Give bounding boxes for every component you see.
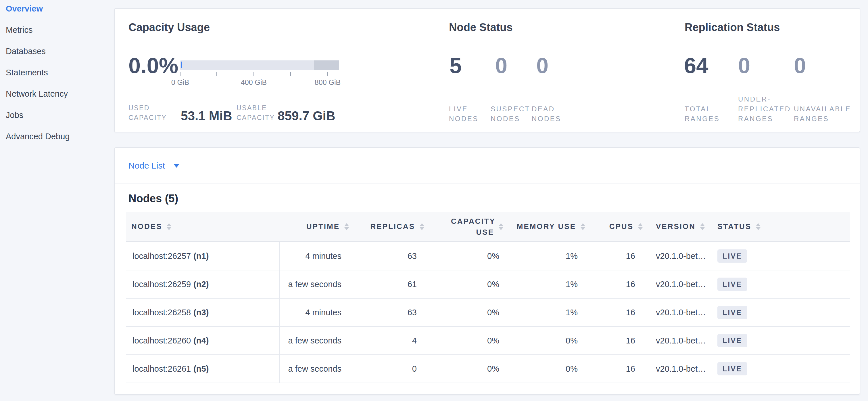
replicas-cell: 0 [351, 355, 426, 382]
gauge-tick [180, 72, 181, 76]
sidebar-item-metrics[interactable]: Metrics [6, 24, 114, 36]
live-nodes-label: LIVE NODES [449, 104, 485, 124]
uptime-cell: a few seconds [280, 355, 351, 382]
capacity-use-cell: 0% [426, 327, 505, 354]
node-list-dropdown[interactable]: Node List [115, 148, 860, 184]
version-cell: v20.1.0-bet… [644, 355, 711, 382]
sidebar-item-jobs[interactable]: Jobs [6, 109, 114, 121]
sidebar-item-statements[interactable]: Statements [6, 66, 114, 79]
node-id: (n2) [193, 280, 209, 289]
usable-capacity-label: USABLE CAPACITY [237, 103, 280, 122]
node-address: localhost:26257 [132, 251, 191, 261]
node-address-cell[interactable]: localhost:26259(n2) [126, 270, 280, 298]
node-address: localhost:26261 [132, 364, 191, 374]
suspect-nodes-count: 0 [495, 54, 507, 77]
capacity-gauge-used-tick [181, 62, 182, 68]
gauge-axis-label-800: 800 GiB [305, 78, 351, 87]
sidebar-item-databases[interactable]: Databases [6, 45, 114, 58]
cpus-cell: 16 [587, 242, 644, 270]
status-badge: LIVE [717, 362, 747, 375]
dead-nodes-count: 0 [536, 54, 548, 77]
memory-use-cell: 0% [505, 355, 587, 382]
node-address-cell[interactable]: localhost:26257(n1) [126, 242, 280, 270]
replicas-cell: 4 [351, 327, 426, 354]
col-header-nodes-label: NODES [131, 222, 162, 231]
col-header-status[interactable]: STATUS [711, 212, 850, 241]
capacity-use-cell: 0% [426, 298, 505, 326]
gauge-tick [328, 72, 328, 76]
capacity-use-cell: 0% [426, 242, 505, 270]
sidebar-item-overview[interactable]: Overview [6, 2, 114, 15]
gauge-tick [216, 72, 217, 76]
capacity-gauge [180, 60, 339, 70]
status-badge: LIVE [717, 250, 747, 263]
sidebar-item-advanced-debug[interactable]: Advanced Debug [6, 130, 114, 143]
usable-capacity-value: 859.7 GiB [278, 109, 335, 122]
node-list-dropdown-label: Node List [128, 161, 165, 171]
cpus-cell: 16 [587, 327, 644, 354]
capacity-use-cell: 0% [426, 355, 505, 382]
status-badge: LIVE [717, 306, 747, 319]
col-header-replicas[interactable]: REPLICAS [351, 212, 426, 241]
capacity-percent: 0.0% [128, 54, 178, 77]
live-nodes-count: 5 [450, 54, 462, 77]
uptime-cell: a few seconds [280, 327, 351, 354]
uptime-cell: a few seconds [280, 270, 351, 298]
sort-icon [344, 223, 349, 230]
sort-icon [581, 223, 585, 230]
node-address-cell[interactable]: localhost:26261(n5) [126, 355, 280, 382]
cpus-cell: 16 [587, 298, 644, 326]
sidebar-item-network-latency[interactable]: Network Latency [6, 87, 114, 100]
memory-use-cell: 0% [505, 327, 587, 354]
replicas-cell: 63 [351, 242, 426, 270]
sort-icon [638, 223, 643, 230]
status-badge: LIVE [717, 334, 747, 347]
node-list-card: Node List Nodes (5) NODES UPTIME REPLICA… [114, 147, 860, 395]
gauge-axis-label-0: 0 GiB [157, 78, 203, 87]
col-header-uptime-label: UPTIME [306, 222, 340, 231]
sort-icon [700, 223, 705, 230]
capacity-use-cell: 0% [426, 270, 505, 298]
node-address-cell[interactable]: localhost:26258(n3) [126, 298, 280, 326]
col-header-memory-use[interactable]: MEMORY USE [505, 212, 587, 241]
cpus-cell: 16 [587, 270, 644, 298]
replicas-cell: 61 [351, 270, 426, 298]
col-header-version[interactable]: VERSION [644, 212, 711, 241]
col-header-capacity-use[interactable]: CAPACITY USE [426, 212, 505, 241]
used-capacity-value: 53.1 MiB [181, 109, 232, 122]
under-replicated-ranges-count: 0 [738, 54, 750, 77]
under-replicated-ranges-label: UNDER-REPLICATED RANGES [738, 94, 797, 124]
status-badge: LIVE [717, 278, 747, 291]
gauge-tick [253, 72, 254, 76]
gauge-axis-label-400: 400 GiB [231, 78, 277, 87]
node-address: localhost:26260 [132, 336, 191, 345]
col-header-nodes[interactable]: NODES [126, 212, 280, 241]
node-address: localhost:26258 [132, 308, 191, 317]
uptime-cell: 4 minutes [280, 242, 351, 270]
col-header-cpus-label: CPUS [609, 222, 633, 231]
sort-icon [499, 223, 503, 230]
version-cell: v20.1.0-bet… [644, 270, 711, 298]
unavailable-ranges-count: 0 [794, 54, 806, 77]
node-id: (n5) [193, 364, 209, 374]
node-address-cell[interactable]: localhost:26260(n4) [126, 327, 280, 354]
table-row: localhost:26260(n4) a few seconds 4 0% 0… [126, 327, 850, 355]
total-ranges-count: 64 [684, 54, 709, 77]
suspect-nodes-label: SUSPECT NODES [491, 104, 529, 124]
cluster-summary-card: Capacity Usage 0.0% 0 GiB 400 GiB 800 Gi… [114, 8, 860, 132]
table-row: localhost:26259(n2) a few seconds 61 0% … [126, 270, 850, 298]
memory-use-cell: 1% [505, 298, 587, 326]
node-id: (n3) [193, 308, 209, 317]
col-header-cpus[interactable]: CPUS [587, 212, 644, 241]
version-cell: v20.1.0-bet… [644, 242, 711, 270]
node-address: localhost:26259 [132, 280, 191, 289]
node-id: (n1) [193, 251, 209, 261]
node-status-title: Node Status [449, 21, 513, 34]
col-header-uptime[interactable]: UPTIME [280, 212, 351, 241]
table-row: localhost:26258(n3) 4 minutes 63 0% 1% 1… [126, 298, 850, 327]
sort-icon [420, 223, 424, 230]
col-header-version-label: VERSION [656, 222, 695, 231]
col-header-status-label: STATUS [717, 222, 751, 231]
status-cell: LIVE [711, 242, 850, 270]
col-header-replicas-label: REPLICAS [370, 222, 415, 231]
